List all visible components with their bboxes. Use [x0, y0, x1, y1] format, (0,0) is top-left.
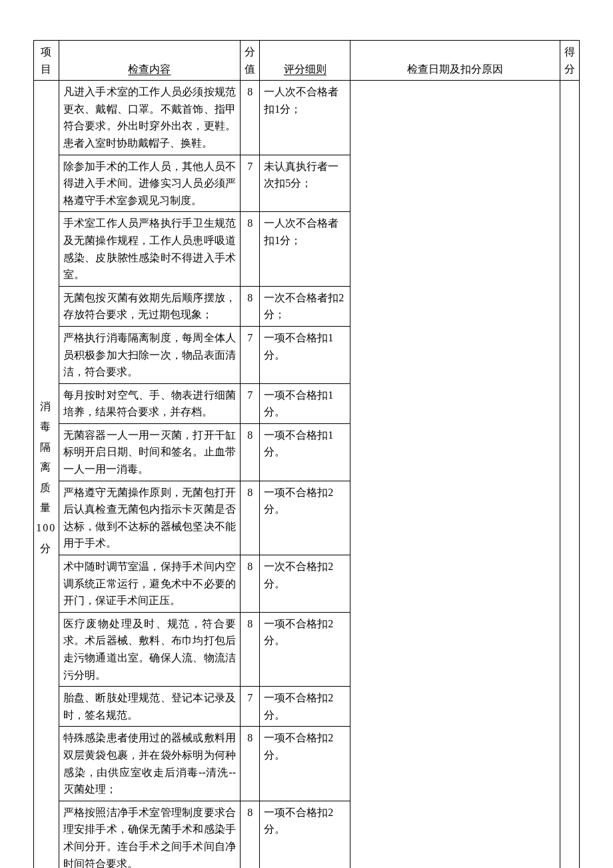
- content-cell: 特殊感染患者使用过的器械或敷料用双层黄袋包裹，并在袋外标明为何种感染，由供应室收…: [59, 727, 240, 801]
- content-cell: 术中随时调节室温，保持手术间内空调系统正常运行，避免术中不必要的开门，保证手术间…: [59, 555, 240, 613]
- score-cell: 8: [241, 612, 260, 686]
- rule-cell: 一项不合格扣2分。: [260, 687, 350, 727]
- content-cell: 医疗废物处理及时、规范，符合要求。术后器械、敷料、布巾均打包后走污物通道出室。确…: [59, 612, 240, 686]
- content-cell: 手术室工作人员严格执行手卫生规范及无菌操作规程，工作人员患呼吸道感染、皮肤脓性感…: [59, 212, 240, 286]
- rule-cell: 一项不合格扣2分。: [260, 612, 350, 686]
- rule-cell: 一次不合格扣2分。: [260, 555, 350, 613]
- header-score: 分值: [241, 41, 260, 81]
- header-date-reason: 检查日期及扣分原因: [350, 41, 560, 81]
- score-cell: 7: [241, 326, 260, 383]
- score-cell: 7: [241, 155, 260, 212]
- table-header-row: 项目 检查内容 分值 评分细则 检查日期及扣分原因 得分: [34, 41, 580, 81]
- score-cell: 8: [241, 727, 260, 801]
- rule-cell: 一项不合格扣1分。: [260, 383, 350, 423]
- score-cell: 8: [241, 481, 260, 555]
- score-cell: 7: [241, 383, 260, 423]
- score-cell: 8: [241, 212, 260, 286]
- project-label: 消毒隔离质量100分: [34, 81, 59, 868]
- inspection-table: 项目 检查内容 分值 评分细则 检查日期及扣分原因 得分 消毒隔离质量100分 …: [33, 40, 580, 868]
- content-cell: 凡进入手术室的工作人员必须按规范更衣、戴帽、口罩。不戴首饰、指甲符合要求。外出时…: [59, 81, 240, 155]
- content-cell: 严格遵守无菌操作原则，无菌包打开后认真检查无菌包内指示卡灭菌是否达标，做到不达标…: [59, 481, 240, 555]
- content-cell: 除参加手术的工作人员，其他人员不得进入手术间。进修实习人员必须严格遵守手术室参观…: [59, 155, 240, 212]
- header-rule: 评分细则: [260, 41, 350, 81]
- table-row: 消毒隔离质量100分 凡进入手术室的工作人员必须按规范更衣、戴帽、口罩。不戴首饰…: [34, 81, 580, 155]
- rule-cell: 未认真执行者一次扣5分；: [260, 155, 350, 212]
- rule-cell: 一项不合格扣1分。: [260, 326, 350, 383]
- score-cell: 8: [241, 423, 260, 481]
- header-project: 项目: [34, 41, 59, 81]
- content-cell: 无菌容器一人一用一灭菌，打开干缸标明开启日期、时间和签名。止血带一人一用一消毒。: [59, 423, 240, 481]
- score-cell: 8: [241, 286, 260, 326]
- rule-cell: 一人次不合格者扣1分；: [260, 81, 350, 155]
- score-cell: 8: [241, 801, 260, 868]
- rule-cell: 一项不合格扣2分。: [260, 481, 350, 555]
- score-cell: 8: [241, 555, 260, 613]
- rule-cell: 一人次不合格者扣1分；: [260, 212, 350, 286]
- score-cell: 8: [241, 81, 260, 155]
- score-cell: 7: [241, 687, 260, 727]
- actual-score-cell: [560, 81, 579, 868]
- date-reason-cell: [350, 81, 560, 868]
- content-cell: 严格按照洁净手术室管理制度要求合理安排手术，确保无菌手术和感染手术间分开。连台手…: [59, 801, 240, 868]
- rule-cell: 一项不合格扣2分。: [260, 801, 350, 868]
- header-content: 检查内容: [59, 41, 240, 81]
- content-cell: 无菌包按灭菌有效期先后顺序摆放，存放符合要求，无过期包现象；: [59, 286, 240, 326]
- content-cell: 严格执行消毒隔离制度，每周全体人员积极参加大扫除一次，物品表面清洁，符合要求。: [59, 326, 240, 383]
- rule-cell: 一项不合格扣2分。: [260, 727, 350, 801]
- rule-cell: 一次不合格者扣2分；: [260, 286, 350, 326]
- header-actual: 得分: [560, 41, 579, 81]
- content-cell: 每月按时对空气、手、物表进行细菌培养，结果符合要求，并存档。: [59, 383, 240, 423]
- content-cell: 胎盘、断肢处理规范、登记本记录及时，签名规范。: [59, 687, 240, 727]
- rule-cell: 一项不合格扣1分。: [260, 423, 350, 481]
